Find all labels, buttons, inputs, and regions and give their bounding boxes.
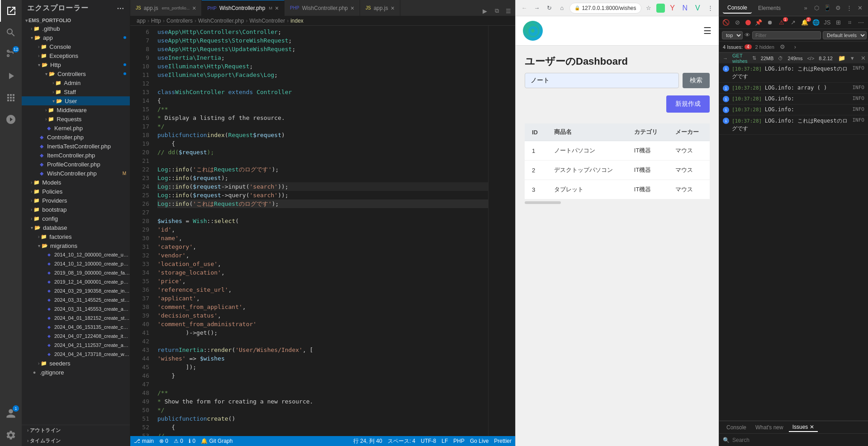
breadcrumb-class[interactable]: WishController xyxy=(249,18,285,24)
sidebar-more-icon[interactable]: ··· xyxy=(117,5,124,13)
tab-wishcontroller2[interactable]: PHP WishController.php × xyxy=(285,0,360,16)
tree-app[interactable]: ▾ 📂 app xyxy=(22,33,130,42)
browser-ext2[interactable]: Y xyxy=(668,3,678,14)
tree-requests[interactable]: › 📁 Requests xyxy=(22,114,130,123)
tree-migration-file[interactable]: ◆2014_10_12_000000_create_user... xyxy=(22,250,130,259)
table-row[interactable]: 1 ノートパソコン IT機器 マウス xyxy=(525,141,710,161)
spaces-status[interactable]: スペース: 4 xyxy=(388,437,415,445)
encoding-status[interactable]: UTF-8 xyxy=(421,438,436,444)
tab-wishcontroller[interactable]: PHP WishController.php M × xyxy=(202,0,285,16)
tab-appjs2-close[interactable]: × xyxy=(391,5,394,12)
git-branch-status[interactable]: ⎇ main xyxy=(134,438,154,444)
console-expand-icon[interactable]: ↗ xyxy=(788,17,798,28)
tree-migration-file[interactable]: ◆2024_04_01_182152_create_staff... xyxy=(22,313,130,323)
back-button[interactable]: ← xyxy=(519,3,529,14)
console-entry[interactable]: i [10:37:28] LOG.info: INFO xyxy=(719,104,868,115)
console-pin-icon[interactable]: 📌 xyxy=(754,17,764,28)
tree-console[interactable]: › 📁 Console xyxy=(22,42,130,51)
devtools-close[interactable]: ✕ xyxy=(855,4,864,13)
tree-github[interactable]: › 📁 .github xyxy=(22,24,130,33)
console-js-icon[interactable]: JS xyxy=(822,17,832,28)
search-input[interactable] xyxy=(525,73,679,88)
issues-settings-icon[interactable]: ⚙ xyxy=(778,43,787,52)
devtools-more[interactable]: » xyxy=(801,4,810,13)
activity-run[interactable] xyxy=(0,65,22,87)
tab-wishcontroller-close[interactable]: × xyxy=(275,5,279,12)
devtools-settings[interactable]: ⚙ xyxy=(834,4,843,13)
browser-ext4[interactable]: V xyxy=(693,3,702,14)
tree-config[interactable]: › 📁 config xyxy=(22,214,130,223)
browser-menu[interactable]: ⋮ xyxy=(705,3,715,14)
tab-appjs-close[interactable]: × xyxy=(192,5,196,12)
tree-policies[interactable]: › 📁 Policies xyxy=(22,187,130,196)
console-record-icon[interactable]: ⏺ xyxy=(765,17,775,28)
tree-root[interactable]: ▾ EMS_PORTFOLIO xyxy=(22,17,130,24)
table-row[interactable]: 2 デスクトップパソコン IT機器 マウス xyxy=(525,161,710,180)
top-dropdown[interactable]: top xyxy=(722,31,743,39)
bell-status[interactable]: 🔔 Git Graph xyxy=(201,438,232,444)
forward-button[interactable]: → xyxy=(532,3,542,14)
console-entry[interactable]: i [10:37:28] LOG.info: これはRequestのログです I… xyxy=(719,63,868,83)
sidebar-timeline[interactable]: › タイムライン xyxy=(22,436,130,446)
prettier-status[interactable]: Prettier xyxy=(494,438,512,444)
devtools-tab-console[interactable]: Console xyxy=(723,3,752,14)
issues-expand-icon[interactable]: › xyxy=(791,43,800,52)
tree-inertia-test-controller[interactable]: ◆ InertiaTestController.php xyxy=(22,142,130,151)
console-entry[interactable]: i [10:37:28] LOG.info: これはRequestのログです I… xyxy=(719,115,868,135)
console-entry[interactable]: i [10:37:28] LOG.info: INFO xyxy=(719,94,868,104)
new-create-button[interactable]: 新規作成 xyxy=(666,95,710,113)
activity-extensions[interactable] xyxy=(0,87,22,109)
split-editor-btn[interactable]: ⧉ xyxy=(492,6,502,16)
panel-toggle-btn[interactable]: ☰ xyxy=(503,6,513,16)
tab-wishcontroller2-close[interactable]: × xyxy=(351,5,354,12)
tree-controller[interactable]: ◆ Controller.php xyxy=(22,133,130,142)
tree-controllers[interactable]: ▾ 📂 Controllers xyxy=(22,69,130,78)
tree-http[interactable]: ▾ 📂 Http xyxy=(22,60,130,69)
tree-staff[interactable]: › 📁 Staff xyxy=(22,87,130,96)
activity-account[interactable]: 1 xyxy=(0,403,22,424)
tree-migration-file[interactable]: ◆2024_04_21_112537_create_acqu... xyxy=(22,341,130,350)
tree-bootstrap[interactable]: › 📁 bootstrap xyxy=(22,205,130,214)
webapp-nav-icon[interactable]: ☰ xyxy=(703,25,711,36)
cursor-position[interactable]: 行 24, 列 40 xyxy=(353,437,382,445)
console-extra-icon[interactable]: ⋯ xyxy=(856,17,866,28)
tree-item-controller[interactable]: ◆ ItemController.php xyxy=(22,151,130,160)
activity-search[interactable] xyxy=(0,22,22,43)
console-entry[interactable]: i [10:37:28] LOG.info: array ( ) INFO xyxy=(719,83,868,94)
tree-migration-file[interactable]: ◆2014_10_12_100000_create_pass... xyxy=(22,259,130,268)
devtools-device[interactable]: 📱 xyxy=(823,4,832,13)
tree-wish-controller[interactable]: ◆ WishController.php M xyxy=(22,169,130,178)
sidebar-outline[interactable]: › アウトライン xyxy=(22,425,130,436)
eye-icon[interactable]: 👁 xyxy=(745,31,750,40)
console-grid-icon[interactable]: ⊞ xyxy=(833,17,844,28)
tree-migrations[interactable]: ▾ 📂 migrations xyxy=(22,241,130,250)
tree-middleware[interactable]: › 📁 Middleware xyxy=(22,105,130,114)
home-button[interactable]: ⌂ xyxy=(557,3,567,14)
warning-status[interactable]: ⚠ 0 xyxy=(174,438,183,444)
devtools-inspect[interactable]: ⬡ xyxy=(812,4,821,13)
console-tag-icon[interactable]: ⌗ xyxy=(844,17,855,28)
tree-kernel[interactable]: ◆ Kernel.php xyxy=(22,123,130,133)
browser-ext3[interactable]: N xyxy=(680,3,690,14)
tree-user[interactable]: ▾ 📂 User xyxy=(22,96,130,105)
tree-migration-file[interactable]: ◆2024_03_31_145553_create_admi... xyxy=(22,304,130,313)
tree-admin[interactable]: › 📁 Admin xyxy=(22,78,130,87)
breadcrumb-app[interactable]: app xyxy=(137,18,146,24)
tree-migration-file[interactable]: ◆2024_03_29_190358_create_inert... xyxy=(22,286,130,295)
info-status[interactable]: ℹ 0 xyxy=(189,438,195,444)
console-net-icon[interactable]: 🌐 xyxy=(811,17,821,28)
tree-seeders[interactable]: › 📁 seeders xyxy=(22,359,130,368)
devtools-tab-elements[interactable]: Elements xyxy=(754,3,785,13)
tree-exceptions[interactable]: › 📁 Exceptions xyxy=(22,51,130,60)
bookmark-button[interactable]: ☆ xyxy=(644,3,654,14)
tree-migration-file[interactable]: ◆2019_12_14_000001_create_pers... xyxy=(22,277,130,286)
code-content[interactable]: use App\Http\Controllers\Controller;use … xyxy=(153,26,488,436)
breadcrumb-method[interactable]: index xyxy=(290,18,304,24)
eol-status[interactable]: LF xyxy=(441,438,448,444)
breadcrumb-controllers[interactable]: Controllers xyxy=(166,18,193,24)
activity-source-control[interactable]: 12 xyxy=(0,43,22,65)
tree-providers[interactable]: › 📁 Providers xyxy=(22,196,130,205)
golive-status[interactable]: Go Live xyxy=(470,438,489,444)
table-row[interactable]: 3 タブレット IT機器 マウス xyxy=(525,180,710,199)
table-scroll-bar[interactable] xyxy=(525,200,710,205)
